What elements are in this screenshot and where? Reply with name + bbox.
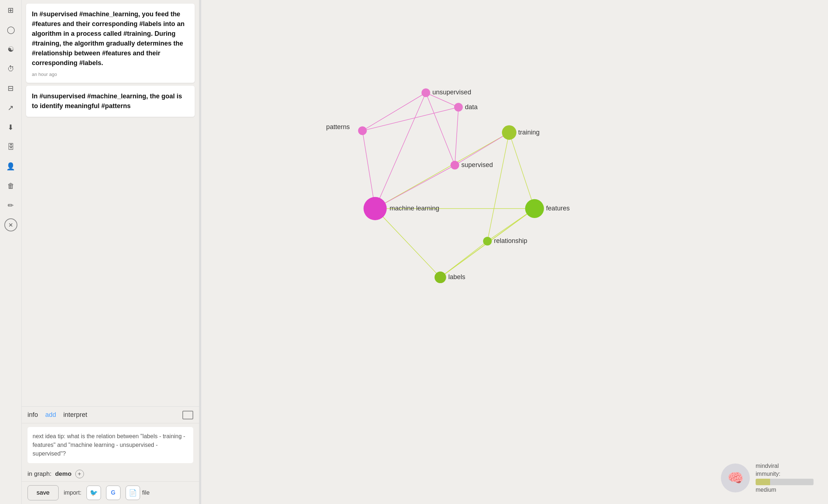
tab-add[interactable]: add bbox=[45, 410, 56, 420]
note-card: In #supervised #machine_learning, you fe… bbox=[26, 4, 195, 83]
edge-patterns-unsupervised bbox=[363, 93, 426, 131]
label-patterns: patterns bbox=[326, 123, 350, 131]
left-panel: In #supervised #machine_learning, you fe… bbox=[22, 0, 199, 504]
download-icon[interactable]: ⬇ bbox=[4, 121, 17, 134]
file-icon: 📄 bbox=[126, 486, 140, 500]
immunity-label: mindviral bbox=[756, 463, 814, 469]
graph-name: demo bbox=[55, 470, 71, 478]
tab-interpret[interactable]: interpret bbox=[63, 410, 87, 420]
label-relationship: relationship bbox=[494, 237, 527, 244]
tip-box: next idea tip: what is the relation betw… bbox=[28, 427, 193, 463]
graph-label: in graph: bbox=[28, 470, 51, 478]
immunity-sublabel: immunity: bbox=[756, 471, 814, 477]
node-patterns[interactable] bbox=[358, 127, 367, 135]
note-timestamp: an hour ago bbox=[32, 72, 189, 77]
user-icon[interactable]: 👤 bbox=[4, 160, 17, 173]
immunity-level: medium bbox=[756, 487, 814, 493]
twitter-import-button[interactable]: 🐦 bbox=[86, 486, 101, 500]
save-button[interactable]: save bbox=[28, 485, 59, 500]
edit-icon[interactable]: ✏ bbox=[4, 199, 17, 212]
immunity-bar bbox=[756, 479, 814, 485]
immunity-info: mindviral immunity: medium bbox=[756, 463, 814, 493]
immunity-badge: 🧠 mindviral immunity: medium bbox=[721, 463, 814, 493]
edge-data-supervised bbox=[455, 107, 459, 165]
tip-text: next idea tip: what is the relation betw… bbox=[33, 433, 185, 457]
node-data[interactable] bbox=[454, 103, 463, 112]
note-text: In #unsupervised #machine_learning, the … bbox=[32, 91, 189, 111]
knowledge-graph[interactable]: machine learning training features label… bbox=[201, 0, 828, 504]
circle-icon[interactable]: ◯ bbox=[4, 23, 17, 36]
share-icon[interactable]: ↗ bbox=[4, 101, 17, 114]
table-icon[interactable]: ⊟ bbox=[4, 82, 17, 95]
label-machine-learning: machine learning bbox=[390, 205, 439, 212]
immunity-fill bbox=[756, 479, 770, 485]
edge-ml-labels bbox=[375, 209, 440, 277]
node-features[interactable] bbox=[525, 199, 544, 218]
note-text: In #supervised #machine_learning, you fe… bbox=[32, 9, 189, 68]
notes-area[interactable]: In #supervised #machine_learning, you fe… bbox=[22, 0, 199, 406]
brain-icon[interactable]: 🧠 bbox=[721, 464, 750, 492]
tab-info[interactable]: info bbox=[28, 410, 38, 420]
bottom-panel: info add interpret next idea tip: what i… bbox=[22, 406, 199, 504]
sidebar: ⊞ ◯ ☯ ⏱ ⊟ ↗ ⬇ 🗄 👤 🗑 ✏ ✕ bbox=[0, 0, 22, 504]
immunity-rest bbox=[770, 479, 814, 485]
edge-patterns-data bbox=[363, 107, 459, 131]
node-unsupervised[interactable] bbox=[422, 88, 430, 97]
note-card: In #unsupervised #machine_learning, the … bbox=[26, 86, 195, 117]
tab-bar: info add interpret bbox=[22, 407, 199, 423]
label-labels: labels bbox=[448, 273, 465, 281]
graph-area: machine learning training features label… bbox=[201, 0, 828, 504]
label-supervised: supervised bbox=[461, 161, 493, 168]
node-training[interactable] bbox=[502, 125, 516, 140]
file-label: file bbox=[142, 490, 149, 496]
node-supervised[interactable] bbox=[451, 161, 459, 170]
node-relationship[interactable] bbox=[483, 237, 492, 245]
storage-icon[interactable]: 🗄 bbox=[4, 140, 17, 153]
edge-ml-supervised bbox=[375, 165, 455, 209]
edge-training-features bbox=[509, 133, 535, 209]
grid-icon[interactable]: ⊞ bbox=[4, 4, 17, 17]
node-machine-learning[interactable] bbox=[364, 197, 387, 220]
trash-icon[interactable]: 🗑 bbox=[4, 179, 17, 192]
label-unsupervised: unsupervised bbox=[432, 89, 471, 96]
clock-icon[interactable]: ⏱ bbox=[4, 62, 17, 75]
edge-ml-unsupervised bbox=[375, 93, 426, 208]
import-label: import: bbox=[64, 490, 81, 496]
edge-labels-relationship bbox=[440, 241, 487, 277]
edge-training-relationship bbox=[487, 133, 509, 241]
expand-button[interactable] bbox=[182, 411, 193, 419]
close-icon[interactable]: ✕ bbox=[4, 218, 17, 231]
label-features: features bbox=[546, 205, 570, 212]
graph-add-button[interactable]: + bbox=[75, 470, 84, 478]
edge-ml-patterns bbox=[363, 131, 375, 209]
edge-supervised-training bbox=[455, 133, 509, 165]
yin-yang-icon[interactable]: ☯ bbox=[4, 43, 17, 56]
label-data: data bbox=[465, 103, 478, 111]
node-labels[interactable] bbox=[435, 272, 446, 283]
graph-label-row: in graph: demo + bbox=[22, 467, 199, 481]
save-row: save import: 🐦 G 📄 file bbox=[22, 481, 199, 504]
file-import-button[interactable]: 📄 file bbox=[126, 486, 149, 500]
edge-ml-training bbox=[375, 133, 509, 209]
google-import-button[interactable]: G bbox=[106, 486, 121, 500]
label-training: training bbox=[518, 129, 540, 136]
